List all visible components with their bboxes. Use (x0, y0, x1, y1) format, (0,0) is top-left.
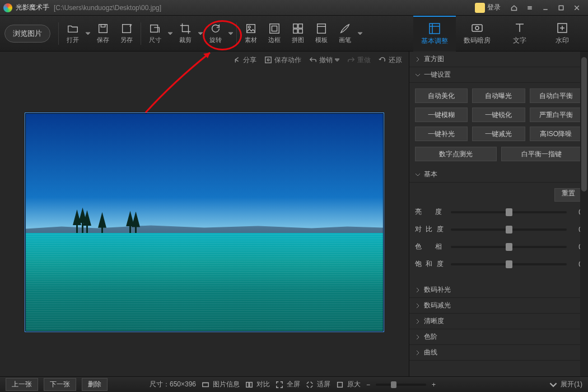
contrast-label: 对 比 度 (415, 225, 446, 234)
fullscreen-button[interactable]: 全屏 (276, 380, 300, 389)
size-label: 尺寸 (149, 36, 161, 44)
svg-rect-11 (293, 29, 297, 33)
tab-basic-label: 基本调整 (421, 36, 448, 46)
preset-one-sharpen[interactable]: 一键锐化 (472, 108, 525, 122)
zoom-plus-icon[interactable]: + (432, 381, 436, 389)
delete-button[interactable]: 删除 (82, 378, 108, 391)
panel-levels[interactable]: 色阶 (409, 329, 588, 345)
file-path: [C:\Users\kunduogz\Desktop\00.jpg] (54, 4, 161, 12)
saveas-tool[interactable]: 另存 (115, 22, 138, 44)
preset-one-blur[interactable]: 一键模糊 (415, 108, 468, 122)
hue-slider[interactable] (451, 246, 567, 248)
svg-rect-23 (338, 382, 343, 387)
compare-label: 对比 (256, 380, 270, 389)
svg-rect-22 (250, 382, 252, 387)
preset-one-dim[interactable]: 一键减光 (472, 127, 525, 141)
tab-basic-adjust[interactable]: 基本调整 (413, 16, 456, 52)
chevron-right-icon (415, 57, 421, 62)
svg-point-16 (475, 26, 479, 30)
chevron-right-icon (415, 350, 421, 356)
settings-button[interactable] (522, 2, 538, 13)
preset-digital-meter[interactable]: 数字点测光 (415, 147, 497, 161)
share-label: 分享 (243, 55, 256, 65)
original-label: 原大 (347, 380, 361, 389)
compare-button[interactable]: 对比 (245, 380, 270, 389)
preset-auto-beautify[interactable]: 自动美化 (415, 88, 468, 103)
browse-button[interactable]: 浏览图片 (4, 25, 50, 43)
svg-rect-15 (472, 25, 482, 31)
svg-rect-14 (430, 24, 440, 34)
size-tool[interactable]: 尺寸 (143, 22, 167, 44)
brightness-slider[interactable] (451, 211, 567, 213)
preset-auto-wb[interactable]: 自动白平衡 (530, 88, 582, 103)
preset-auto-exposure[interactable]: 自动曝光 (472, 88, 525, 103)
open-tool[interactable]: 打开 (61, 22, 85, 44)
digital-dim-label: 数码减光 (424, 301, 451, 310)
rotate-dropdown[interactable] (227, 31, 234, 36)
login-button[interactable]: 登录 (475, 3, 501, 13)
tab-text[interactable]: 文字 (498, 16, 541, 52)
minimize-button[interactable] (538, 2, 553, 13)
saturation-slider[interactable] (451, 263, 567, 265)
home-button[interactable] (506, 2, 522, 13)
svg-rect-7 (270, 24, 279, 34)
svg-rect-1 (99, 25, 108, 33)
original-size-button[interactable]: 原大 (336, 380, 361, 389)
collage-tool[interactable]: 拼图 (286, 22, 310, 44)
tab-digital-darkroom[interactable]: 数码暗房 (456, 16, 498, 52)
chevron-right-icon (415, 334, 421, 340)
side-scrollbar[interactable] (580, 52, 588, 376)
expand-button[interactable]: 展开(1) (549, 380, 582, 389)
panel-curves[interactable]: 曲线 (409, 345, 588, 361)
login-label: 登录 (487, 3, 501, 12)
fit-button[interactable]: 适屏 (306, 380, 330, 389)
preset-wb-finger[interactable]: 白平衡一指键 (501, 147, 583, 161)
border-label: 边框 (268, 36, 281, 44)
crop-tool[interactable]: 裁剪 (174, 22, 197, 44)
zoom-slider[interactable] (376, 384, 426, 386)
image-canvas[interactable] (0, 68, 409, 376)
levels-label: 色阶 (424, 332, 437, 342)
next-image-button[interactable]: 下一张 (44, 378, 76, 391)
svg-rect-12 (298, 29, 302, 33)
border-tool[interactable]: 边框 (263, 22, 286, 44)
crop-dropdown[interactable] (197, 31, 204, 36)
restore-button[interactable]: 还原 (379, 55, 402, 65)
reset-button[interactable]: 重置 (554, 188, 582, 202)
brush-tool[interactable]: 画笔 (333, 22, 357, 44)
preset-high-iso[interactable]: 高ISO降噪 (530, 127, 582, 141)
undo-button[interactable]: 撤销 (309, 55, 339, 65)
dimensions-text: 尺寸：650×396 (150, 380, 196, 389)
panel-digital-fill[interactable]: 数码补光 (409, 282, 588, 298)
undo-label: 撤销 (319, 55, 333, 65)
zoom-minus-icon[interactable]: − (366, 381, 370, 389)
preset-severe-wb[interactable]: 严重白平衡 (530, 108, 582, 122)
panel-digital-dim[interactable]: 数码减光 (409, 298, 588, 314)
close-button[interactable] (569, 2, 585, 13)
saveas-label: 另存 (120, 36, 133, 44)
maximize-button[interactable] (553, 2, 569, 13)
save-action-button[interactable]: 保存动作 (264, 55, 301, 65)
image-info-button[interactable]: 图片信息 (202, 380, 240, 389)
clarity-label: 清晰度 (424, 316, 444, 326)
tab-watermark[interactable]: 水印 (541, 16, 584, 52)
panel-one-click[interactable]: 一键设置 (409, 67, 588, 83)
redo-button[interactable]: 重做 (347, 55, 371, 65)
svg-rect-20 (203, 382, 209, 386)
open-dropdown[interactable] (85, 31, 91, 36)
template-tool[interactable]: 模板 (310, 22, 333, 44)
save-tool[interactable]: 保存 (91, 22, 115, 44)
panel-histogram[interactable]: 直方图 (409, 52, 588, 67)
material-tool[interactable]: 素材 (239, 22, 263, 44)
prev-image-button[interactable]: 上一张 (6, 378, 38, 391)
more-dropdown[interactable] (357, 31, 363, 36)
size-dropdown[interactable] (167, 31, 174, 36)
panel-basic[interactable]: 基本 (409, 167, 588, 183)
rotate-tool[interactable]: 旋转 (204, 22, 227, 44)
contrast-slider[interactable] (451, 228, 567, 231)
panel-clarity[interactable]: 清晰度 (409, 314, 588, 329)
preset-one-fill[interactable]: 一键补光 (415, 127, 468, 141)
undo-dropdown[interactable] (335, 56, 339, 64)
save-action-label: 保存动作 (274, 55, 301, 65)
share-button[interactable]: 分享 (233, 55, 256, 65)
